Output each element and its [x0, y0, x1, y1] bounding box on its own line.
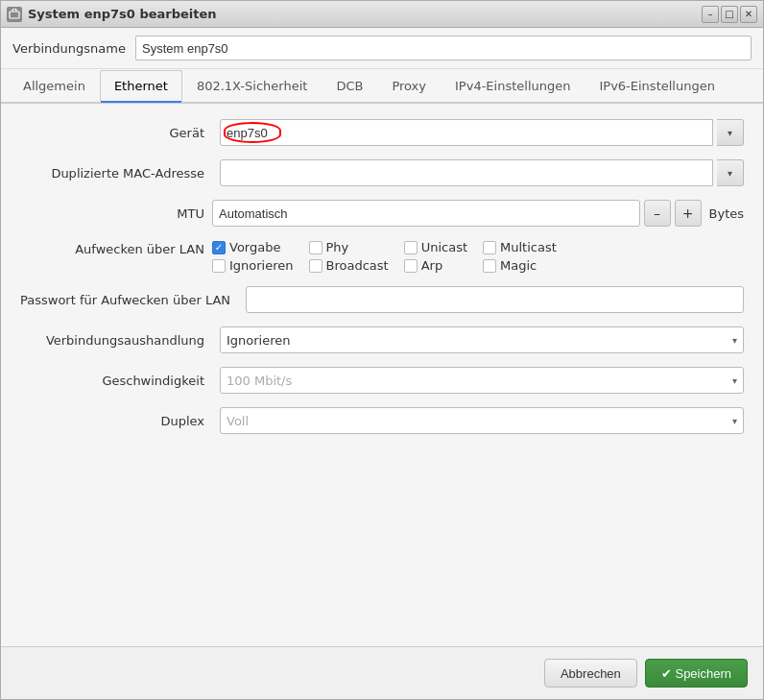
checkbox-unicast-box[interactable] [404, 241, 418, 254]
maximize-button[interactable]: □ [721, 6, 738, 23]
tab-security[interactable]: 802.1X-Sicherheit [182, 70, 322, 103]
connection-handling-value: Ignorieren [227, 333, 291, 348]
content-area: Gerät ▾ Duplizierte MAC-Adresse ▾ MTU – [1, 104, 763, 646]
speed-row: Geschwindigkeit 100 Mbit/s ▾ [20, 367, 744, 394]
checkbox-arp-box[interactable] [404, 259, 418, 273]
checkbox-multicast-box[interactable] [483, 241, 496, 254]
mac-row: Duplizierte MAC-Adresse ▾ [20, 159, 744, 186]
checkbox-unicast-label: Unicast [421, 240, 467, 254]
wake-on-lan-row: Aufwecken über LAN Vorgabe Phy Unicast [20, 240, 744, 273]
checkbox-broadcast-box[interactable] [309, 259, 322, 273]
checkbox-unicast[interactable]: Unicast [404, 240, 467, 254]
duplex-value: Voll [227, 414, 249, 428]
device-label: Gerät [20, 126, 212, 140]
tab-proxy[interactable]: Proxy [377, 70, 441, 103]
device-dropdown-button[interactable]: ▾ [717, 119, 744, 146]
app-icon [7, 7, 22, 22]
tab-allgemein[interactable]: Allgemein [9, 70, 100, 103]
duplex-label: Duplex [20, 414, 212, 428]
checkbox-ignorieren-box[interactable] [212, 259, 226, 273]
save-button[interactable]: ✔ Speichern [645, 659, 748, 688]
checkbox-broadcast[interactable]: Broadcast [309, 258, 389, 273]
checkbox-vorgabe-label: Vorgabe [229, 240, 280, 254]
checkbox-phy-label: Phy [326, 240, 349, 254]
checkbox-vorgabe-box[interactable] [212, 241, 226, 254]
connection-handling-row: Verbindungsaushandlung Ignorieren ▾ [20, 326, 744, 353]
mtu-control: – + Bytes [212, 200, 744, 227]
minimize-button[interactable]: – [702, 6, 719, 23]
mtu-label: MTU [20, 206, 212, 221]
titlebar-title: System enp7s0 bearbeiten [28, 7, 696, 21]
titlebar-buttons: – □ ✕ [702, 6, 757, 23]
duplex-row: Duplex Voll ▾ [20, 407, 744, 434]
close-button[interactable]: ✕ [740, 6, 757, 23]
mtu-unit: Bytes [709, 206, 744, 221]
checkbox-ignorieren-label: Ignorieren [229, 258, 294, 273]
tab-dcb[interactable]: DCB [322, 70, 377, 103]
checkbox-vorgabe[interactable]: Vorgabe [212, 240, 294, 254]
speed-arrow: ▾ [732, 375, 737, 386]
speed-value: 100 Mbit/s [227, 374, 292, 388]
checkbox-phy[interactable]: Phy [309, 240, 389, 254]
mtu-plus-button[interactable]: + [675, 200, 702, 227]
mac-label: Duplizierte MAC-Adresse [20, 166, 212, 181]
device-input[interactable] [220, 119, 713, 146]
tab-ethernet[interactable]: Ethernet [100, 70, 182, 103]
checkbox-multicast[interactable]: Multicast [483, 240, 557, 254]
connection-name-input[interactable] [135, 36, 752, 60]
wake-password-label: Passwort für Aufwecken über LAN [20, 293, 238, 307]
tab-ipv6[interactable]: IPv6-Einstellungen [585, 70, 728, 103]
main-window: System enp7s0 bearbeiten – □ ✕ Verbindun… [0, 0, 764, 700]
device-input-wrapper [220, 119, 713, 146]
footer: Abbrechen ✔ Speichern [1, 646, 763, 699]
titlebar: System enp7s0 bearbeiten – □ ✕ [1, 1, 763, 28]
checkbox-phy-box[interactable] [309, 241, 322, 254]
checkbox-multicast-label: Multicast [500, 240, 557, 254]
mac-input[interactable] [220, 159, 713, 186]
checkbox-ignorieren[interactable]: Ignorieren [212, 258, 294, 273]
connection-handling-label: Verbindungsaushandlung [20, 333, 212, 348]
tab-ipv4[interactable]: IPv4-Einstellungen [441, 70, 585, 103]
checkbox-broadcast-label: Broadcast [326, 258, 389, 273]
connection-name-bar: Verbindungsname [1, 28, 763, 69]
checkbox-arp-label: Arp [421, 258, 443, 273]
wake-on-lan-checkboxes: Vorgabe Phy Unicast Multicast Ignor [212, 240, 557, 273]
mac-control: ▾ [220, 159, 744, 186]
device-control: ▾ [220, 119, 744, 146]
speed-control: 100 Mbit/s ▾ [220, 367, 744, 394]
mtu-minus-button[interactable]: – [644, 200, 671, 227]
wake-password-row: Passwort für Aufwecken über LAN [20, 286, 744, 313]
speed-label: Geschwindigkeit [20, 374, 212, 388]
mac-dropdown-button[interactable]: ▾ [717, 159, 744, 186]
speed-dropdown[interactable]: 100 Mbit/s ▾ [220, 367, 744, 394]
device-row: Gerät ▾ [20, 119, 744, 146]
wake-password-control [246, 286, 744, 313]
wake-password-input[interactable] [246, 286, 744, 313]
connection-handling-dropdown[interactable]: Ignorieren ▾ [220, 326, 744, 353]
tabs-bar: Allgemein Ethernet 802.1X-Sicherheit DCB… [1, 69, 763, 104]
duplex-arrow: ▾ [732, 416, 737, 426]
svg-rect-0 [10, 12, 19, 18]
cancel-button[interactable]: Abbrechen [544, 659, 637, 688]
connection-handling-arrow: ▾ [732, 335, 737, 346]
checkbox-magic-box[interactable] [483, 259, 496, 273]
mtu-input[interactable] [212, 200, 640, 227]
duplex-dropdown[interactable]: Voll ▾ [220, 407, 744, 434]
checkbox-magic-label: Magic [500, 258, 537, 273]
mtu-row: MTU – + Bytes [20, 200, 744, 227]
connection-name-label: Verbindungsname [12, 41, 128, 56]
duplex-control: Voll ▾ [220, 407, 744, 434]
wake-on-lan-label: Aufwecken über LAN [20, 240, 212, 256]
checkbox-arp[interactable]: Arp [404, 258, 467, 273]
checkbox-magic[interactable]: Magic [483, 258, 557, 273]
connection-handling-control: Ignorieren ▾ [220, 326, 744, 353]
